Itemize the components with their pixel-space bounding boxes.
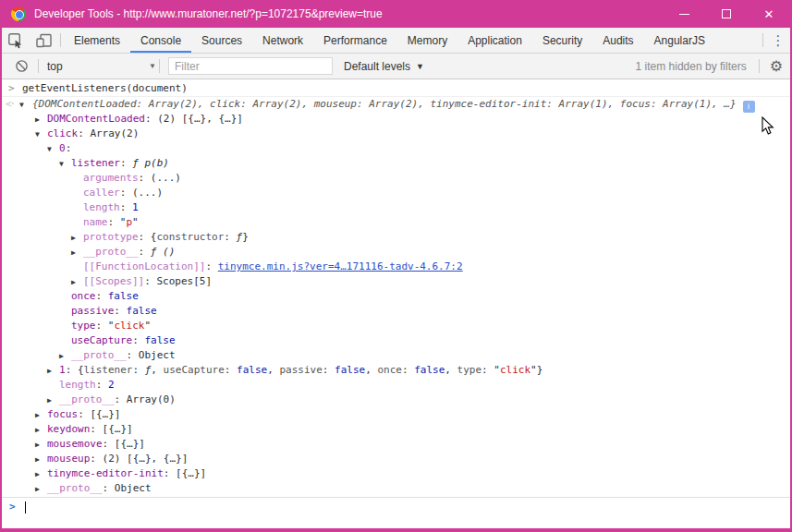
property-value: constructor bbox=[156, 231, 224, 243]
execution-context-selector[interactable]: top ▼ bbox=[47, 60, 156, 73]
console-prompt-row[interactable]: > bbox=[2, 497, 790, 515]
property-value: " bbox=[493, 364, 500, 376]
property-value: false bbox=[108, 290, 139, 302]
tree-row[interactable]: ▼0: bbox=[2, 141, 790, 156]
disclosure-triangle-icon[interactable]: ▼ bbox=[19, 98, 30, 113]
tab-network[interactable]: Network bbox=[252, 28, 313, 53]
tree-row[interactable]: ▼click: Array(2) bbox=[2, 127, 790, 141]
property-name: __proto__ bbox=[59, 393, 115, 405]
tree-row[interactable]: ▶__proto__: Object bbox=[2, 481, 790, 496]
tree-row[interactable]: ▶[[Scopes]]: Scopes[5] bbox=[2, 274, 790, 289]
tree-row[interactable]: name: "p" bbox=[2, 215, 790, 230]
tree-row[interactable]: type: "click" bbox=[2, 319, 790, 333]
disclosure-triangle-icon[interactable]: ▶ bbox=[35, 453, 46, 467]
tab-memory[interactable]: Memory bbox=[397, 28, 457, 53]
disclosure-triangle-icon[interactable]: ▶ bbox=[35, 408, 46, 423]
tree-row[interactable]: once: false bbox=[2, 289, 790, 304]
disclosure-triangle-icon[interactable]: ▶ bbox=[35, 113, 46, 127]
disclosure-triangle-icon[interactable]: ▼ bbox=[35, 127, 46, 142]
property-name: passive bbox=[71, 305, 114, 317]
property-value: , bbox=[151, 364, 163, 376]
disclosure-triangle-icon[interactable]: ▶ bbox=[59, 349, 70, 364]
tree-row[interactable]: ▶__proto__: ƒ () bbox=[2, 245, 790, 260]
disclosure-triangle-icon[interactable]: ▶ bbox=[71, 275, 82, 290]
maximize-button[interactable] bbox=[705, 0, 748, 28]
property-name: [[FunctionLocation]] bbox=[83, 260, 205, 272]
disclosure-triangle-icon[interactable]: ▼ bbox=[59, 157, 70, 172]
divider bbox=[159, 59, 160, 73]
log-levels-selector[interactable]: Default levels ▼ bbox=[344, 60, 424, 73]
property-separator: : bbox=[115, 393, 127, 405]
disclosure-triangle-icon[interactable]: ▼ bbox=[47, 142, 58, 157]
more-options-icon[interactable]: ⋮ bbox=[766, 28, 790, 53]
tab-angularjs[interactable]: AngularJS bbox=[644, 28, 715, 53]
tree-row[interactable]: ▶mousemove: [{…}] bbox=[2, 437, 790, 452]
property-value: : bbox=[132, 364, 144, 376]
disclosure-triangle-icon[interactable]: ▶ bbox=[35, 423, 46, 438]
tree-row[interactable]: passive: false bbox=[2, 304, 790, 319]
device-toolbar-button[interactable] bbox=[30, 28, 57, 53]
tab-console[interactable]: Console bbox=[130, 28, 191, 53]
disclosure-triangle-icon[interactable]: ▶ bbox=[71, 246, 82, 260]
object-preview[interactable]: {DOMContentLoaded: Array(2), click: Arra… bbox=[32, 98, 737, 110]
property-value: false bbox=[237, 364, 267, 376]
clear-console-button[interactable] bbox=[7, 59, 35, 73]
tree-row[interactable]: ▶focus: [{…}] bbox=[2, 407, 790, 422]
disclosure-triangle-icon[interactable]: ▶ bbox=[35, 438, 46, 453]
property-value: (2) [{…}, {…}] bbox=[103, 453, 189, 465]
inspect-element-icon bbox=[7, 32, 24, 49]
property-name: tinymce-editor-init bbox=[47, 467, 164, 479]
tab-application[interactable]: Application bbox=[457, 28, 532, 53]
tree-row[interactable]: ▶__proto__: Object bbox=[2, 348, 790, 363]
console-command-row: > getEventListeners(document) bbox=[2, 81, 790, 97]
disclosure-triangle-icon[interactable]: ▶ bbox=[47, 364, 58, 379]
tree-row[interactable]: ▶1: {listener: ƒ, useCapture: false, pas… bbox=[2, 363, 790, 378]
property-name: mousemove bbox=[47, 438, 103, 450]
tree-row[interactable]: ▶keydown: [{…}] bbox=[2, 422, 790, 437]
tab-performance[interactable]: Performance bbox=[313, 28, 397, 53]
filter-input[interactable] bbox=[168, 57, 333, 75]
tree-row[interactable]: ▶prototype: {constructor: ƒ} bbox=[2, 230, 790, 245]
property-value: : bbox=[225, 364, 237, 376]
property-separator: : bbox=[127, 349, 139, 361]
property-separator: : bbox=[90, 423, 102, 435]
disclosure-triangle-icon[interactable]: ▶ bbox=[35, 482, 46, 497]
disclosure-triangle-icon[interactable]: ▶ bbox=[71, 231, 82, 246]
tree-row[interactable]: ▼listener: ƒ p(b) bbox=[2, 156, 790, 171]
execution-context-label: top bbox=[47, 60, 63, 73]
property-value: once bbox=[377, 364, 402, 376]
disclosure-triangle-icon[interactable]: ▶ bbox=[47, 393, 58, 408]
object-tree: ▶DOMContentLoaded: (2) [{…}, {…}]▼click:… bbox=[2, 112, 790, 496]
tree-row[interactable]: useCapture: false bbox=[2, 333, 790, 348]
tab-sources[interactable]: Sources bbox=[191, 28, 252, 53]
tree-row[interactable]: ▶tinymce-editor-init: [{…}] bbox=[2, 466, 790, 481]
console-command-text: getEventListeners(document) bbox=[22, 82, 188, 94]
property-name: keydown bbox=[47, 423, 90, 435]
tab-elements[interactable]: Elements bbox=[64, 28, 130, 53]
settings-gear-icon[interactable]: ⚙ bbox=[770, 57, 783, 75]
tab-audits[interactable]: Audits bbox=[592, 28, 643, 53]
tree-row[interactable]: [[FunctionLocation]]: tinymce.min.js?ver… bbox=[2, 260, 790, 274]
tree-row[interactable]: ▶mouseup: (2) [{…}, {…}] bbox=[2, 452, 790, 466]
source-location-link[interactable]: tinymce.min.js?ver=4…171116-tadv-4.6.7:2 bbox=[218, 260, 463, 272]
inspect-element-button[interactable] bbox=[2, 28, 30, 53]
tab-security[interactable]: Security bbox=[532, 28, 592, 53]
close-button[interactable]: ✕ bbox=[748, 0, 790, 28]
property-value: click bbox=[500, 364, 530, 376]
property-separator: : bbox=[96, 290, 108, 302]
property-value: click bbox=[114, 320, 144, 332]
disclosure-triangle-icon[interactable]: ▶ bbox=[35, 467, 46, 482]
chevron-down-icon: ▼ bbox=[416, 62, 424, 71]
minimize-button[interactable] bbox=[663, 0, 705, 28]
tree-row[interactable]: caller: (...) bbox=[2, 186, 790, 200]
property-value: } bbox=[537, 364, 543, 376]
tree-row[interactable]: ▶DOMContentLoaded: (2) [{…}, {…}] bbox=[2, 112, 790, 127]
property-value: listener bbox=[84, 364, 133, 376]
tree-row[interactable]: ▶__proto__: Array(0) bbox=[2, 393, 790, 407]
property-name: focus bbox=[47, 408, 78, 420]
property-value: false bbox=[144, 334, 175, 346]
property-value: passive bbox=[279, 364, 322, 376]
tree-row[interactable]: length: 2 bbox=[2, 378, 790, 393]
tree-row[interactable]: length: 1 bbox=[2, 200, 790, 215]
tree-row[interactable]: arguments: (...) bbox=[2, 171, 790, 186]
